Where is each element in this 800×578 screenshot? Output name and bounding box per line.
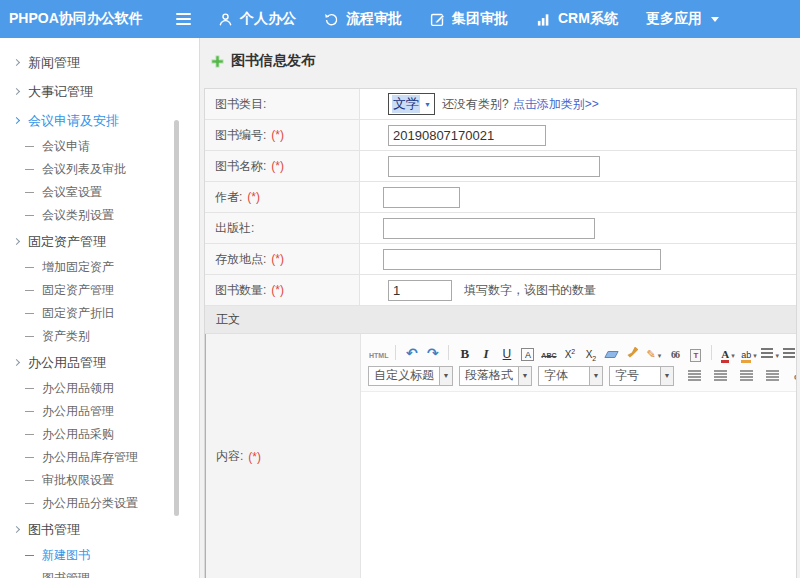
form-row-category: 图书类目: 文学 ▼ 还没有类别? 点击添加类别>> — [205, 89, 796, 120]
form-row-content: 内容:(*) HTML↶↷BIUAABCX2X2✎▾66TA▾ab▾▾▾ 自定义… — [205, 334, 796, 578]
ordered-list-icon: ▾ — [761, 344, 779, 362]
eraser-button[interactable] — [602, 343, 621, 362]
sidebar-item[interactable]: 增加固定资产 — [0, 256, 199, 279]
align-center-button[interactable] — [711, 366, 730, 385]
sidebar-item[interactable]: 会议类别设置 — [0, 204, 199, 227]
nav-item-personal-office[interactable]: 个人办公 — [218, 10, 296, 28]
dash-icon — [25, 388, 34, 389]
sidebar-group-title[interactable]: 会议申请及安排 — [0, 106, 199, 135]
page-title: 图书信息发布 — [204, 51, 797, 71]
sidebar-item-label: 办公用品分类设置 — [42, 495, 138, 512]
sidebar-item[interactable]: 会议列表及审批 — [0, 158, 199, 181]
sidebar-item[interactable]: 固定资产折旧 — [0, 302, 199, 325]
combo-arrow-icon: ▼ — [589, 367, 602, 385]
superscript-button[interactable]: X2 — [560, 343, 579, 362]
sidebar-group-title[interactable]: 图书管理 — [0, 515, 199, 544]
location-input[interactable] — [383, 249, 661, 270]
italic-button[interactable]: I — [476, 343, 495, 362]
combo-arrow-icon: ▼ — [660, 367, 673, 385]
sidebar-item[interactable]: 办公用品分类设置 — [0, 492, 199, 515]
sidebar-item[interactable]: 图书管理 — [0, 567, 199, 578]
redo-button[interactable]: ↷ — [423, 343, 442, 362]
sidebar-scrollbar[interactable] — [174, 120, 179, 516]
paste-text-button[interactable]: T — [686, 343, 705, 362]
sidebar-item[interactable]: 办公用品库存管理 — [0, 446, 199, 469]
form-row-quantity: 图书数量:(*) 填写数字，该图书的数量 — [205, 275, 796, 306]
dash-icon — [25, 192, 34, 193]
sidebar-item[interactable]: 审批权限设置 — [0, 469, 199, 492]
book-category-select[interactable]: 文学 ▼ — [388, 93, 435, 115]
nav-item-group-approval[interactable]: 集团审批 — [430, 10, 508, 28]
sidebar-item[interactable]: 办公用品采购 — [0, 423, 199, 446]
quantity-label: 图书数量: — [215, 282, 266, 299]
custom-title-combo[interactable]: 自定义标题▼ — [368, 366, 453, 386]
subscript-button[interactable]: X2 — [581, 343, 600, 362]
dash-icon — [25, 146, 34, 147]
align-justify-icon — [766, 367, 779, 385]
sidebar-item[interactable]: 会议室设置 — [0, 181, 199, 204]
bold-button[interactable]: B — [455, 343, 474, 362]
font-family-combo[interactable]: 字体▼ — [538, 366, 603, 386]
menu-toggle-button[interactable] — [176, 10, 192, 28]
quantity-input[interactable] — [388, 280, 452, 301]
book-no-input[interactable] — [388, 125, 546, 146]
dash-icon — [25, 555, 34, 556]
dash-icon — [25, 434, 34, 435]
sidebar-item-label: 会议列表及审批 — [42, 161, 126, 178]
add-category-link[interactable]: 点击添加类别>> — [513, 96, 599, 113]
combo-arrow-icon: ▼ — [518, 367, 531, 385]
required-mark: (*) — [271, 128, 284, 142]
align-justify-button[interactable] — [763, 366, 782, 385]
sidebar-group-title[interactable]: 新闻管理 — [0, 48, 199, 77]
sidebar-item[interactable]: 资产类别 — [0, 325, 199, 348]
strikethrough-icon: ABC — [541, 344, 556, 362]
editor-content-area[interactable] — [361, 392, 796, 578]
undo-button[interactable]: ↶ — [402, 343, 421, 362]
strikethrough-button[interactable]: ABC — [539, 343, 558, 362]
font-color-button[interactable]: A▾ — [718, 343, 737, 362]
unordered-list-button[interactable]: ▾ — [782, 343, 796, 362]
chevron-right-icon — [13, 59, 20, 66]
clean-doc-button[interactable] — [623, 343, 642, 362]
highlight-color-icon: ab▾ — [741, 344, 757, 362]
required-mark: (*) — [248, 450, 261, 464]
underline-button[interactable]: U — [497, 343, 516, 362]
required-mark: (*) — [271, 159, 284, 173]
ordered-list-button[interactable]: ▾ — [760, 343, 780, 362]
highlight-color-button[interactable]: ab▾ — [739, 343, 758, 362]
combo-arrow-icon: ▼ — [439, 367, 452, 385]
undo-icon: ↶ — [406, 344, 418, 362]
link-button[interactable]: ∞ — [789, 366, 796, 385]
align-left-button[interactable] — [685, 366, 704, 385]
sidebar-item[interactable]: 固定资产管理 — [0, 279, 199, 302]
nav-item-more-apps[interactable]: 更多应用 — [646, 10, 719, 28]
sidebar-item[interactable]: 办公用品管理 — [0, 400, 199, 423]
html-source-button[interactable]: HTML — [368, 343, 389, 362]
blockquote-button[interactable]: 66 — [665, 343, 684, 362]
toolbar-separator — [395, 345, 396, 360]
sidebar-group-title[interactable]: 办公用品管理 — [0, 348, 199, 377]
history-icon — [324, 12, 339, 27]
blockquote-icon: 66 — [671, 344, 679, 362]
clean-doc-icon — [627, 344, 638, 362]
nav-item-workflow-approval[interactable]: 流程审批 — [324, 10, 402, 28]
author-input[interactable] — [383, 187, 460, 208]
required-mark: (*) — [271, 283, 284, 297]
form-row-author: 作者:(*) — [205, 182, 796, 213]
font-size-combo[interactable]: 字号▼ — [609, 366, 674, 386]
nav-item-label: 个人办公 — [240, 10, 296, 28]
nav-item-label: 更多应用 — [646, 10, 702, 28]
align-right-button[interactable] — [737, 366, 756, 385]
nav-item-crm-system[interactable]: CRM系统 — [536, 10, 618, 28]
sidebar-item[interactable]: 办公用品领用 — [0, 377, 199, 400]
book-name-input[interactable] — [388, 156, 600, 177]
nav-item-label: CRM系统 — [558, 10, 618, 28]
paragraph-format-combo[interactable]: 段落格式▼ — [459, 366, 532, 386]
sidebar-item[interactable]: 会议申请 — [0, 135, 199, 158]
sidebar-group-title[interactable]: 大事记管理 — [0, 77, 199, 106]
format-painter-button[interactable]: ✎▾ — [644, 343, 663, 362]
sidebar-item[interactable]: 新建图书 — [0, 544, 199, 567]
sidebar-group-title[interactable]: 固定资产管理 — [0, 227, 199, 256]
publisher-input[interactable] — [383, 218, 595, 239]
autotypeset-button[interactable]: A — [518, 343, 537, 362]
